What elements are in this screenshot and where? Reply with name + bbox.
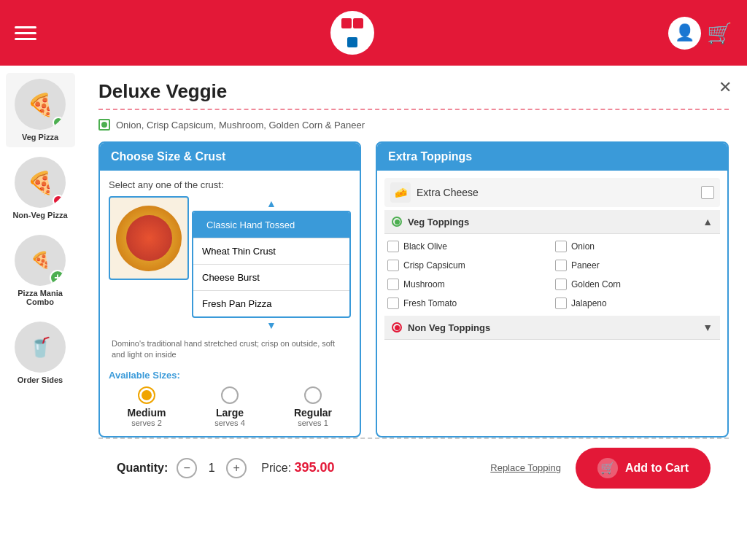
topping-crisp-capsicum[interactable]: Crisp Capsicum bbox=[387, 257, 549, 273]
golden-corn-label: Golden Corn bbox=[571, 279, 621, 289]
fresh-tomato-label: Fresh Tomato bbox=[403, 298, 457, 308]
topping-fresh-tomato[interactable]: Fresh Tomato bbox=[387, 295, 549, 311]
nonveg-pizza-image: 🍕 bbox=[15, 157, 66, 208]
fresh-tomato-check[interactable] bbox=[387, 298, 399, 309]
veg-toppings-label: Veg Toppings bbox=[408, 217, 703, 228]
content-area: ✕ Deluxe Veggie Onion, Crisp Capsicum, M… bbox=[80, 66, 747, 560]
veg-toppings-chevron: ▲ bbox=[703, 216, 713, 228]
veg-toppings-category[interactable]: Veg Toppings ▲ bbox=[384, 210, 720, 234]
crust-description: Domino's traditional hand stretched crus… bbox=[109, 332, 351, 364]
quantity-value: 1 bbox=[203, 462, 220, 475]
toppings-body: 🧀 Extra Cheese Veg Toppings ▲ bbox=[377, 171, 727, 351]
quantity-increase-button[interactable]: + bbox=[226, 458, 247, 478]
pizza-drawing bbox=[116, 206, 182, 271]
sidebar-item-veg-pizza[interactable]: 🍕 Veg Pizza bbox=[6, 73, 75, 147]
logo-dot-blue bbox=[347, 37, 357, 47]
golden-corn-check[interactable] bbox=[555, 279, 567, 290]
crust-selector: ▲ Classic Hand Tossed Wheat Thin Crust C… bbox=[109, 196, 351, 332]
crust-scroll-down[interactable]: ▼ bbox=[192, 318, 351, 332]
sidebar-item-nonveg-pizza[interactable]: 🍕 Non-Veg Pizza bbox=[6, 151, 75, 225]
price-label: Price: bbox=[261, 462, 291, 474]
crust-option-cheese[interactable]: Cheese Burst bbox=[193, 265, 349, 291]
extra-cheese-checkbox[interactable] bbox=[701, 186, 714, 199]
crust-scroll-up[interactable]: ▲ bbox=[192, 196, 351, 211]
medium-radio[interactable] bbox=[138, 386, 155, 404]
logo-circle bbox=[330, 11, 374, 55]
size-option-large[interactable]: Large serves 4 bbox=[192, 386, 268, 427]
add-to-cart-icon: 🛒 bbox=[597, 458, 618, 478]
title-divider bbox=[98, 109, 729, 110]
cart-area[interactable]: 👤 🛒 bbox=[668, 17, 732, 50]
jalapeno-label: Jalapeno bbox=[571, 298, 607, 308]
replace-topping-link[interactable]: Replace Topping bbox=[490, 462, 561, 473]
veg-badge bbox=[53, 117, 64, 128]
black-olive-label: Black Olive bbox=[403, 241, 447, 252]
two-col-layout: Choose Size & Crust Select any one of th… bbox=[98, 141, 729, 438]
sidebar-item-pizza-mania[interactable]: 🍕 + Pizza Mania Combo bbox=[6, 229, 75, 312]
quantity-decrease-button[interactable]: − bbox=[177, 458, 197, 478]
medium-serves: serves 2 bbox=[131, 419, 162, 427]
crust-option-wheat[interactable]: Wheat Thin Crust bbox=[193, 238, 349, 265]
medium-radio-inner bbox=[142, 390, 152, 400]
regular-label: Regular bbox=[294, 407, 332, 419]
sidebar-item-order-sides[interactable]: 🥤 Order Sides bbox=[6, 316, 75, 390]
crisp-capsicum-check[interactable] bbox=[387, 260, 399, 271]
main-container: 🍕 Veg Pizza 🍕 Non-Veg Pizza 🍕 + Pizza Ma… bbox=[0, 66, 747, 560]
size-option-regular[interactable]: Regular serves 1 bbox=[275, 386, 351, 427]
order-sides-image: 🥤 bbox=[15, 322, 66, 373]
regular-radio-inner bbox=[308, 390, 318, 400]
pizza-preview bbox=[109, 196, 189, 280]
extra-cheese-row[interactable]: 🧀 Extra Cheese bbox=[384, 178, 720, 207]
crust-option-classic[interactable]: Classic Hand Tossed bbox=[193, 212, 349, 238]
product-ingredients: Onion, Crisp Capsicum, Mushroom, Golden … bbox=[116, 120, 365, 131]
sidebar-nonveg-pizza-label: Non-Veg Pizza bbox=[12, 211, 67, 219]
topping-onion[interactable]: Onion bbox=[555, 238, 717, 254]
toppings-header: Extra Toppings bbox=[377, 143, 727, 171]
nonveg-toppings-label: Non Veg Toppings bbox=[408, 322, 703, 333]
jalapeno-check[interactable] bbox=[555, 298, 567, 309]
toppings-panel: Extra Toppings 🧀 Extra Cheese Veg Toppin… bbox=[376, 141, 729, 438]
mushroom-label: Mushroom bbox=[403, 279, 445, 289]
black-olive-check[interactable] bbox=[387, 241, 399, 252]
nonveg-cat-dot-inner bbox=[395, 325, 400, 330]
bottom-bar: Quantity: − 1 + Price: 395.00 Replace To… bbox=[98, 438, 729, 497]
brand-logo bbox=[330, 11, 374, 55]
product-title: Deluxe Veggie bbox=[98, 80, 729, 103]
cart-icon[interactable]: 🛒 bbox=[707, 21, 732, 45]
topping-mushroom[interactable]: Mushroom bbox=[387, 276, 549, 292]
regular-radio[interactable] bbox=[304, 386, 322, 404]
nonveg-badge bbox=[53, 195, 64, 206]
topping-jalapeno[interactable]: Jalapeno bbox=[555, 295, 717, 311]
large-radio-inner bbox=[225, 390, 235, 400]
size-crust-header: Choose Size & Crust bbox=[100, 143, 360, 171]
topping-black-olive[interactable]: Black Olive bbox=[387, 238, 549, 254]
veg-dot bbox=[101, 122, 107, 128]
large-radio[interactable] bbox=[221, 386, 239, 404]
mushroom-check[interactable] bbox=[387, 279, 399, 290]
menu-button[interactable] bbox=[15, 26, 36, 40]
add-to-cart-button[interactable]: 🛒 Add to Cart bbox=[576, 448, 711, 489]
nonveg-toppings-category[interactable]: Non Veg Toppings ▼ bbox=[384, 316, 720, 340]
topping-paneer[interactable]: Paneer bbox=[555, 257, 717, 273]
large-label: Large bbox=[216, 407, 244, 419]
crust-option-fresh-pan[interactable]: Fresh Pan Pizza bbox=[193, 291, 349, 316]
veg-pizza-image: 🍕 bbox=[15, 79, 66, 130]
quantity-label: Quantity: bbox=[117, 462, 168, 475]
price-section: Price: 395.00 bbox=[261, 460, 334, 475]
veg-indicator bbox=[98, 119, 110, 131]
topping-golden-corn[interactable]: Golden Corn bbox=[555, 276, 717, 292]
user-avatar: 👤 bbox=[668, 17, 701, 50]
size-option-medium[interactable]: Medium serves 2 bbox=[109, 386, 185, 427]
pizza-mania-image: 🍕 + bbox=[15, 235, 66, 286]
logo-dot-red2 bbox=[353, 18, 363, 28]
onion-check[interactable] bbox=[555, 241, 567, 252]
add-badge: + bbox=[50, 270, 66, 286]
close-button[interactable]: ✕ bbox=[714, 77, 736, 98]
paneer-check[interactable] bbox=[555, 260, 567, 271]
crisp-capsicum-label: Crisp Capsicum bbox=[403, 260, 465, 271]
nonveg-toppings-chevron: ▼ bbox=[703, 322, 713, 333]
product-description-row: Onion, Crisp Capsicum, Mushroom, Golden … bbox=[98, 119, 729, 131]
header: 👤 🛒 bbox=[0, 0, 747, 66]
extra-cheese-label: Extra Cheese bbox=[417, 187, 695, 198]
crust-select-label: Select any one of the crust: bbox=[109, 179, 351, 190]
